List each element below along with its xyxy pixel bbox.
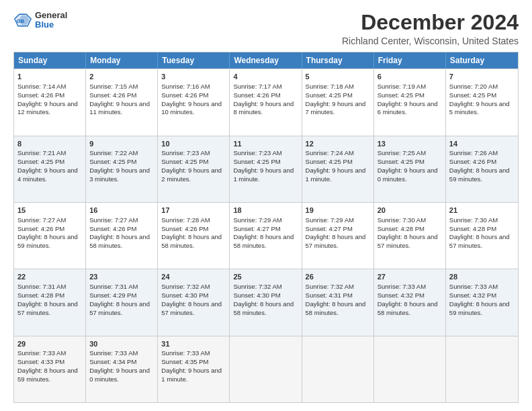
- svg-text:GB: GB: [16, 18, 24, 24]
- day-cell-5: 5Sunrise: 7:18 AMSunset: 4:25 PMDaylight…: [302, 69, 374, 135]
- day-number: 5: [306, 72, 370, 82]
- header: GB General Blue December 2024 Richland C…: [13, 11, 519, 46]
- day-number: 31: [161, 339, 226, 349]
- day-number: 28: [449, 272, 515, 282]
- day-number: 22: [17, 272, 82, 282]
- day-cell-22: 22Sunrise: 7:31 AMSunset: 4:28 PMDayligh…: [14, 269, 86, 335]
- day-number: 12: [306, 139, 370, 149]
- week-row-1: 1Sunrise: 7:14 AMSunset: 4:26 PMDaylight…: [14, 68, 518, 135]
- day-number: 8: [17, 139, 82, 149]
- day-cell-14: 14Sunrise: 7:26 AMSunset: 4:26 PMDayligh…: [446, 136, 518, 202]
- calendar: Sunday Monday Tuesday Wednesday Thursday…: [13, 52, 519, 403]
- week-row-3: 15Sunrise: 7:27 AMSunset: 4:26 PMDayligh…: [14, 202, 518, 269]
- day-cell-4: 4Sunrise: 7:17 AMSunset: 4:26 PMDaylight…: [230, 69, 302, 135]
- day-cell-25: 25Sunrise: 7:32 AMSunset: 4:30 PMDayligh…: [230, 269, 302, 335]
- day-number: 25: [233, 272, 298, 282]
- day-cell-12: 12Sunrise: 7:24 AMSunset: 4:25 PMDayligh…: [302, 136, 374, 202]
- header-saturday: Saturday: [446, 52, 518, 68]
- day-number: 24: [161, 272, 226, 282]
- day-number: 7: [449, 72, 515, 82]
- empty-cell: [302, 336, 374, 402]
- day-number: 19: [306, 205, 370, 216]
- logo-icon: GB: [13, 11, 32, 30]
- day-cell-17: 17Sunrise: 7:28 AMSunset: 4:26 PMDayligh…: [158, 203, 230, 269]
- header-wednesday: Wednesday: [230, 52, 302, 68]
- empty-cell: [446, 336, 518, 402]
- day-number: 3: [161, 72, 226, 82]
- day-cell-20: 20Sunrise: 7:30 AMSunset: 4:28 PMDayligh…: [374, 203, 446, 269]
- day-number: 17: [161, 205, 226, 216]
- day-number: 14: [449, 139, 515, 149]
- day-number: 18: [233, 205, 298, 216]
- day-number: 21: [449, 205, 515, 216]
- day-number: 29: [17, 339, 82, 349]
- header-thursday: Thursday: [302, 52, 374, 68]
- day-number: 1: [17, 72, 82, 82]
- day-number: 11: [233, 139, 298, 149]
- empty-cell: [374, 336, 446, 402]
- day-cell-11: 11Sunrise: 7:23 AMSunset: 4:25 PMDayligh…: [230, 136, 302, 202]
- day-cell-27: 27Sunrise: 7:33 AMSunset: 4:32 PMDayligh…: [374, 269, 446, 335]
- day-number: 23: [89, 272, 154, 282]
- logo-text: General Blue: [35, 11, 67, 30]
- day-number: 9: [89, 139, 154, 149]
- header-sunday: Sunday: [14, 52, 86, 68]
- day-cell-7: 7Sunrise: 7:20 AMSunset: 4:25 PMDaylight…: [446, 69, 518, 135]
- page: GB General Blue December 2024 Richland C…: [0, 0, 532, 411]
- day-cell-23: 23Sunrise: 7:31 AMSunset: 4:29 PMDayligh…: [86, 269, 158, 335]
- day-number: 15: [17, 205, 82, 216]
- logo: GB General Blue: [13, 11, 67, 30]
- day-cell-2: 2Sunrise: 7:15 AMSunset: 4:26 PMDaylight…: [86, 69, 158, 135]
- day-cell-13: 13Sunrise: 7:25 AMSunset: 4:25 PMDayligh…: [374, 136, 446, 202]
- header-friday: Friday: [374, 52, 446, 68]
- week-row-2: 8Sunrise: 7:21 AMSunset: 4:25 PMDaylight…: [14, 136, 518, 202]
- header-monday: Monday: [86, 52, 158, 68]
- day-cell-19: 19Sunrise: 7:29 AMSunset: 4:27 PMDayligh…: [302, 203, 374, 269]
- day-cell-24: 24Sunrise: 7:32 AMSunset: 4:30 PMDayligh…: [158, 269, 230, 335]
- day-number: 10: [161, 139, 226, 149]
- calendar-header: Sunday Monday Tuesday Wednesday Thursday…: [14, 52, 518, 68]
- day-cell-15: 15Sunrise: 7:27 AMSunset: 4:26 PMDayligh…: [14, 203, 86, 269]
- day-number: 16: [89, 205, 154, 216]
- month-title: December 2024: [342, 11, 519, 34]
- logo-blue: Blue: [35, 20, 67, 30]
- day-number: 13: [378, 139, 442, 149]
- calendar-body: 1Sunrise: 7:14 AMSunset: 4:26 PMDaylight…: [14, 68, 518, 402]
- week-row-5: 29Sunrise: 7:33 AMSunset: 4:33 PMDayligh…: [14, 336, 518, 402]
- header-tuesday: Tuesday: [158, 52, 230, 68]
- day-number: 2: [89, 72, 154, 82]
- day-cell-8: 8Sunrise: 7:21 AMSunset: 4:25 PMDaylight…: [14, 136, 86, 202]
- day-cell-6: 6Sunrise: 7:19 AMSunset: 4:25 PMDaylight…: [374, 69, 446, 135]
- location-title: Richland Center, Wisconsin, United State…: [342, 36, 519, 46]
- week-row-4: 22Sunrise: 7:31 AMSunset: 4:28 PMDayligh…: [14, 269, 518, 335]
- day-cell-26: 26Sunrise: 7:32 AMSunset: 4:31 PMDayligh…: [302, 269, 374, 335]
- day-cell-31: 31Sunrise: 7:33 AMSunset: 4:35 PMDayligh…: [158, 336, 230, 402]
- day-cell-18: 18Sunrise: 7:29 AMSunset: 4:27 PMDayligh…: [230, 203, 302, 269]
- day-cell-21: 21Sunrise: 7:30 AMSunset: 4:28 PMDayligh…: [446, 203, 518, 269]
- day-number: 26: [306, 272, 370, 282]
- day-cell-10: 10Sunrise: 7:23 AMSunset: 4:25 PMDayligh…: [158, 136, 230, 202]
- empty-cell: [230, 336, 302, 402]
- day-number: 4: [233, 72, 298, 82]
- day-cell-1: 1Sunrise: 7:14 AMSunset: 4:26 PMDaylight…: [14, 69, 86, 135]
- day-number: 30: [89, 339, 154, 349]
- day-cell-9: 9Sunrise: 7:22 AMSunset: 4:25 PMDaylight…: [86, 136, 158, 202]
- day-cell-28: 28Sunrise: 7:33 AMSunset: 4:32 PMDayligh…: [446, 269, 518, 335]
- title-block: December 2024 Richland Center, Wisconsin…: [342, 11, 519, 46]
- day-cell-3: 3Sunrise: 7:16 AMSunset: 4:26 PMDaylight…: [158, 69, 230, 135]
- day-number: 27: [378, 272, 442, 282]
- day-cell-29: 29Sunrise: 7:33 AMSunset: 4:33 PMDayligh…: [14, 336, 86, 402]
- day-cell-30: 30Sunrise: 7:33 AMSunset: 4:34 PMDayligh…: [86, 336, 158, 402]
- day-number: 6: [378, 72, 442, 82]
- logo-general: General: [35, 11, 67, 20]
- day-cell-16: 16Sunrise: 7:27 AMSunset: 4:26 PMDayligh…: [86, 203, 158, 269]
- day-number: 20: [378, 205, 442, 216]
